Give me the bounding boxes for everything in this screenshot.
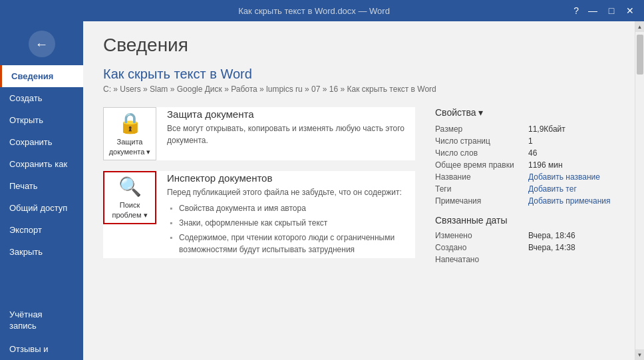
minimize-button[interactable]: — xyxy=(584,3,601,18)
add-notes-link[interactable]: Добавить примечания xyxy=(528,196,611,206)
main-content: Сведения Как скрыть текст в Word С: » Us… xyxy=(83,21,644,360)
sidebar-item-close[interactable]: Закрыть xyxy=(0,241,83,263)
sidebar: ← Сведения Создать Открыть Сохранить Сох… xyxy=(0,21,83,360)
lock-icon: 🔒 xyxy=(118,111,142,134)
page-title: Сведения xyxy=(103,35,615,56)
sidebar-item-share[interactable]: Общий доступ xyxy=(0,197,83,219)
prop-row-modified: Изменено Вчера, 18:46 xyxy=(435,231,615,240)
prop-row-notes: Примечания Добавить примечания xyxy=(435,196,615,206)
protect-icon-button[interactable]: 🔒 Защитадокумента ▾ xyxy=(103,107,156,160)
sidebar-item-save-as[interactable]: Сохранить как xyxy=(0,153,83,175)
protect-card-title: Защита документа xyxy=(167,108,415,120)
add-tag-link[interactable]: Добавить тег xyxy=(528,184,577,194)
help-button[interactable]: ? xyxy=(569,3,583,18)
inspect-card-list: Свойства документа и имя автора Знаки, о… xyxy=(167,202,415,256)
search-icon: 🔍 xyxy=(118,176,142,198)
breadcrumb: С: » Users » Slam » Google Диск » Работа… xyxy=(103,85,615,94)
sidebar-item-open[interactable]: Открыть xyxy=(0,109,83,131)
app-container: ← Сведения Создать Открыть Сохранить Сох… xyxy=(0,21,644,360)
maximize-button[interactable]: □ xyxy=(603,3,620,18)
sidebar-item-feedback[interactable]: Отзывы и xyxy=(0,338,83,360)
protect-icon-label: Защитадокумента ▾ xyxy=(109,137,151,156)
scrollbar-track: ▲ ▼ xyxy=(635,21,644,360)
window-controls: ? — □ ✕ xyxy=(569,3,639,18)
left-column: 🔒 Защитадокумента ▾ Защита документа Все… xyxy=(103,107,415,267)
scrollbar-up-button[interactable]: ▲ xyxy=(635,21,645,32)
protect-card-desc: Все могут открывать, копировать и изменя… xyxy=(167,122,415,146)
properties-title[interactable]: Свойства ▾ xyxy=(435,107,615,118)
inspect-card-desc: Перед публикацией этого файла не забудьт… xyxy=(167,186,415,198)
sidebar-item-export[interactable]: Экспорт xyxy=(0,219,83,241)
protect-card-body: Защита документа Все могут открывать, ко… xyxy=(167,107,415,150)
title-bar: Как скрыть текст в Word.docx — Word ? — … xyxy=(0,0,644,21)
prop-row-words: Число слов 46 xyxy=(435,148,615,158)
list-item: Содержимое, при чтении которого люди с о… xyxy=(167,232,415,256)
card-inspect: 🔍 Поискпроблем ▾ Инспектор документов Пе… xyxy=(103,171,415,258)
close-button[interactable]: ✕ xyxy=(621,3,639,18)
back-button[interactable]: ← xyxy=(29,31,55,57)
scrollbar-down-button[interactable]: ▼ xyxy=(635,349,645,360)
prop-row-pages: Число страниц 1 xyxy=(435,136,615,146)
sidebar-item-print[interactable]: Печать xyxy=(0,175,83,197)
inspect-card-body: Инспектор документов Перед публикацией э… xyxy=(167,171,415,258)
inspect-card-title: Инспектор документов xyxy=(167,172,415,184)
sidebar-item-info[interactable]: Сведения xyxy=(0,65,83,87)
prop-row-tags: Теги Добавить тег xyxy=(435,184,615,194)
inspect-icon-button[interactable]: 🔍 Поискпроблем ▾ xyxy=(103,171,156,224)
doc-title: Как скрыть текст в Word xyxy=(103,67,615,82)
dates-section-title: Связанные даты xyxy=(435,215,615,226)
list-item: Свойства документа и имя автора xyxy=(167,202,415,214)
prop-row-edittime: Общее время правки 1196 мин xyxy=(435,160,615,170)
cards-grid: 🔒 Защитадокумента ▾ Защита документа Все… xyxy=(103,107,615,267)
window-title: Как скрыть текст в Word.docx — Word xyxy=(59,6,569,16)
prop-row-created: Создано Вчера, 14:38 xyxy=(435,243,615,252)
list-item: Знаки, оформленные как скрытый текст xyxy=(167,217,415,229)
prop-row-title: Название Добавить название xyxy=(435,172,615,182)
sidebar-item-new[interactable]: Создать xyxy=(0,87,83,109)
prop-row-size: Размер 11,9Кбайт xyxy=(435,124,615,134)
sidebar-item-save[interactable]: Сохранить xyxy=(0,131,83,153)
right-column: Свойства ▾ Размер 11,9Кбайт Число страни… xyxy=(415,107,615,267)
main-inner: Сведения Как скрыть текст в Word С: » Us… xyxy=(83,21,635,360)
dates-rows: Изменено Вчера, 18:46 Создано Вчера, 14:… xyxy=(435,231,615,264)
inspect-icon-label: Поискпроблем ▾ xyxy=(112,200,147,220)
card-protect: 🔒 Защитадокумента ▾ Защита документа Все… xyxy=(103,107,415,160)
prop-row-printed: Напечатано xyxy=(435,255,615,264)
sidebar-item-account[interactable]: Учётнаязапись xyxy=(0,303,83,338)
add-title-link[interactable]: Добавить название xyxy=(528,172,600,182)
scrollbar-thumb[interactable] xyxy=(637,35,643,75)
properties-rows: Размер 11,9Кбайт Число страниц 1 Число с… xyxy=(435,124,615,206)
